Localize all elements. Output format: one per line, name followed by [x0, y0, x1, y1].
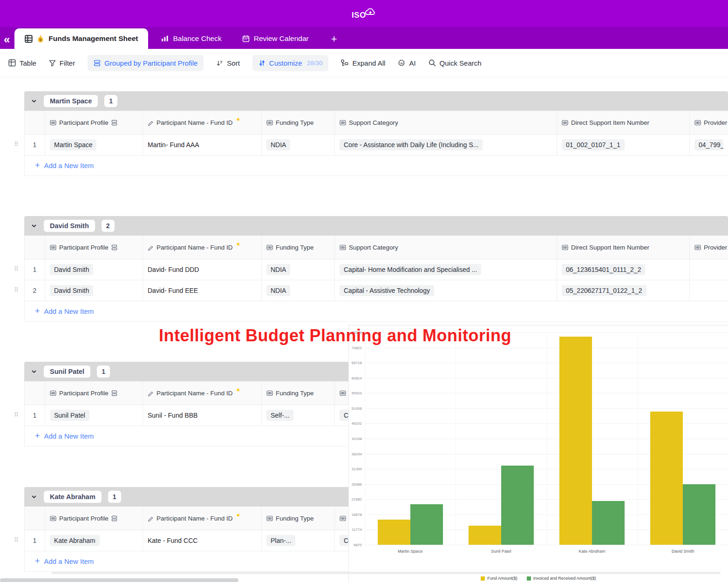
- cell-participant-profile[interactable]: David Smith: [45, 280, 143, 301]
- grouped-by-button[interactable]: Grouped by Participant Profile: [88, 55, 204, 71]
- drag-handle-icon[interactable]: ⠿: [14, 265, 19, 272]
- cell-funding-type[interactable]: NDIA: [262, 259, 335, 280]
- tab-balance-check[interactable]: Balance Check: [151, 28, 231, 49]
- add-new-item-button[interactable]: +Add a New Item: [25, 156, 728, 176]
- tab-review-calendar[interactable]: Review Calendar: [232, 28, 319, 49]
- filter-button[interactable]: Filter: [49, 59, 75, 67]
- column-header-row: Participant Profile Participant Name - F…: [25, 111, 728, 135]
- group-name-badge: David Smith: [44, 220, 95, 232]
- column-participant-name[interactable]: Participant Name - Fund ID★: [143, 381, 262, 405]
- primary-field-star-icon: ★: [236, 512, 241, 518]
- chevron-down-icon[interactable]: [31, 368, 37, 375]
- column-participant-name[interactable]: Participant Name - Fund ID★: [143, 236, 262, 259]
- y-axis-tick: 31390: [349, 467, 362, 471]
- cell-participant-profile[interactable]: Kate Abraham: [45, 530, 143, 551]
- table-icon: [8, 59, 16, 67]
- sort-button[interactable]: Sort: [216, 59, 240, 67]
- y-axis-tick: 11774: [349, 528, 362, 532]
- column-participant-profile[interactable]: Participant Profile: [45, 381, 143, 405]
- column-support-category[interactable]: Support Category: [335, 111, 557, 134]
- sort-icon: [216, 60, 223, 67]
- column-participant-profile[interactable]: Participant Profile: [45, 507, 143, 530]
- cell-support-category[interactable]: Core - Assistance with Daily Life (Inclu…: [335, 135, 557, 155]
- column-provider[interactable]: Provider: [690, 236, 728, 259]
- cell-participant-name[interactable]: Kate - Fund CCC: [143, 530, 262, 551]
- overlay-title: Intelligent Budget Planning and Monitori…: [159, 326, 511, 345]
- cell-provider[interactable]: [690, 280, 728, 301]
- column-direct-support-item-number[interactable]: Direct Support Item Number: [557, 236, 690, 259]
- chart-vline: [638, 332, 638, 545]
- add-new-item-button[interactable]: +Add a New Item: [25, 301, 728, 322]
- cell-direct-support-item-number[interactable]: 05_220627171_0122_1_2: [557, 280, 690, 301]
- horizontal-scrollbar-thumb[interactable]: [0, 578, 238, 582]
- cell-participant-profile[interactable]: David Smith: [45, 259, 143, 280]
- cell-provider[interactable]: 04_799_: [690, 135, 728, 155]
- cell-participant-profile[interactable]: Sunil Patel: [45, 405, 143, 426]
- plus-icon: +: [35, 306, 40, 316]
- column-direct-support-item-number[interactable]: Direct Support Item Number: [557, 111, 690, 134]
- cell-support-category[interactable]: Capital- Home Modification and Specialis…: [335, 259, 557, 280]
- pencil-icon: [148, 515, 154, 521]
- y-axis-tick: 65718: [349, 361, 362, 365]
- column-participant-profile[interactable]: Participant Profile: [45, 236, 143, 259]
- view-toolbar: Table Filter Grouped by Participant Prof…: [0, 49, 728, 77]
- column-participant-name[interactable]: Participant Name - Fund ID★: [143, 507, 262, 530]
- legend-item: Fund Amount($): [481, 576, 517, 581]
- cell-funding-type[interactable]: NDIA: [262, 135, 335, 155]
- cell-funding-type[interactable]: Plan-...: [262, 530, 335, 551]
- pencil-icon: [148, 390, 154, 396]
- add-tab-button[interactable]: +: [331, 34, 337, 44]
- chevron-down-icon[interactable]: [31, 223, 37, 229]
- link-icon: [50, 120, 56, 126]
- ai-chip-icon: AI: [398, 59, 405, 67]
- cell-direct-support-item-number[interactable]: 06_123615401_0111_2_2: [557, 259, 690, 280]
- chevron-down-icon[interactable]: [31, 98, 37, 104]
- link-icon: [562, 120, 568, 126]
- group-name-badge: Sunil Patel: [44, 365, 90, 378]
- quick-search-button[interactable]: Quick Search: [429, 59, 482, 67]
- y-axis-tick: 51006: [349, 406, 362, 411]
- ai-button[interactable]: AI AI: [398, 59, 415, 67]
- drag-handle-icon[interactable]: ⠿: [14, 411, 19, 418]
- column-funding-type[interactable]: Funding Type: [262, 381, 335, 405]
- customize-button[interactable]: Customize 28/30: [252, 55, 329, 71]
- cell-provider[interactable]: [690, 259, 728, 280]
- cell-participant-profile[interactable]: Martin Space: [45, 135, 143, 155]
- iso-logo: ISO: [352, 7, 376, 20]
- calendar-icon: [242, 35, 250, 42]
- collapse-sidebar-icon[interactable]: «: [4, 34, 10, 45]
- cell-direct-support-item-number[interactable]: 01_002_0107_1_1: [557, 135, 690, 155]
- customize-sliders-icon: [259, 60, 265, 67]
- drag-handle-icon[interactable]: ⠿: [14, 286, 19, 293]
- cell-funding-type[interactable]: NDIA: [262, 280, 335, 301]
- column-funding-type[interactable]: Funding Type: [262, 111, 335, 134]
- cell-participant-name[interactable]: Sunil - Fund BBB: [143, 405, 262, 426]
- cell-participant-name[interactable]: David- Fund EEE: [143, 280, 262, 301]
- column-funding-type[interactable]: Funding Type: [262, 236, 335, 259]
- tab-funds-management-sheet[interactable]: $ Funds Management Sheet: [14, 28, 148, 49]
- column-funding-type[interactable]: Funding Type: [262, 507, 335, 530]
- drag-handle-icon[interactable]: ⠿: [14, 536, 19, 543]
- expand-all-button[interactable]: Expand All: [341, 59, 385, 67]
- grouped-field-icon: [111, 515, 117, 521]
- link-icon: [340, 244, 346, 250]
- link-icon: [266, 120, 273, 126]
- column-support-category[interactable]: Support Category: [335, 236, 557, 259]
- cell-participant-name[interactable]: Martin- Fund AAA: [143, 135, 262, 155]
- table-view-button[interactable]: Table: [8, 59, 36, 67]
- column-participant-name[interactable]: Participant Name - Fund ID★: [143, 111, 262, 134]
- column-provider[interactable]: Provider: [690, 111, 728, 134]
- tab-label: Funds Management Sheet: [48, 34, 138, 43]
- cell-funding-type[interactable]: Self-...: [262, 405, 335, 426]
- column-participant-profile[interactable]: Participant Profile: [45, 111, 143, 134]
- cell-support-category[interactable]: Capital - Assistive Technology: [335, 280, 557, 301]
- group-count-badge: 1: [104, 95, 117, 107]
- drag-handle-icon[interactable]: ⠿: [14, 141, 19, 148]
- chevron-down-icon[interactable]: [31, 494, 37, 500]
- pencil-icon: [148, 244, 154, 250]
- y-axis-tick: 16678: [349, 513, 362, 517]
- grouped-field-icon: [111, 244, 117, 250]
- plus-icon: +: [35, 161, 40, 170]
- cell-participant-name[interactable]: David- Fund DDD: [143, 259, 262, 280]
- horizontal-scrollbar-track[interactable]: [51, 572, 721, 574]
